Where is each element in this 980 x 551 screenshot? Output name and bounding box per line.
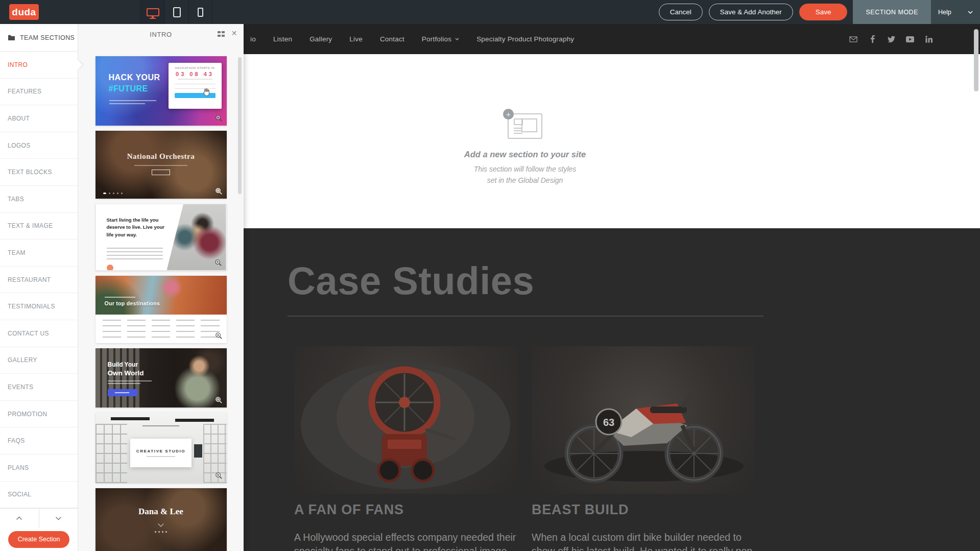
template-thumb-start-living[interactable]: Start living the life you deserve to liv… [95, 204, 227, 271]
sidebar-item-promotion[interactable]: PROMOTION [0, 401, 78, 428]
scroll-up-button[interactable] [0, 509, 39, 528]
heading-divider [288, 316, 763, 317]
template-thumb-hack-your-future[interactable]: HACK YOUR #FUTURE HACKATHON STARTS IN 03… [95, 56, 227, 126]
page-scrollbar[interactable] [974, 29, 978, 91]
desktop-preview-button[interactable] [140, 0, 164, 24]
zoom-in-icon[interactable] [214, 258, 223, 267]
site-nav-item-portfolios[interactable]: Portfolios [422, 35, 459, 43]
youtube-icon[interactable] [906, 35, 914, 43]
thumb-decoration [95, 424, 127, 483]
create-section-button[interactable]: Create Section [8, 531, 69, 548]
twitter-icon[interactable] [887, 35, 895, 43]
sidebar-item-tabs[interactable]: TABS [0, 186, 78, 213]
panel-scrollbar[interactable] [238, 57, 242, 194]
thumb-cta-button [108, 389, 137, 396]
email-icon[interactable] [849, 35, 857, 43]
mobile-preview-button[interactable] [188, 0, 212, 24]
thumb-title: Start living the life you deserve to liv… [107, 217, 169, 238]
case-study-body: When a local custom dirt bike builder ne… [532, 531, 756, 551]
template-thumb-dana-and-lee[interactable]: Dana & Lee [95, 488, 227, 551]
template-thumb-top-destinations[interactable]: Our top destinations [95, 276, 227, 343]
sidebar-item-features[interactable]: FEATURES [0, 79, 78, 106]
chevron-up-icon [16, 516, 22, 520]
sidebar-item-restaurant[interactable]: RESTAURANT [0, 267, 78, 294]
sidebar-item-contact-us[interactable]: CONTACT US [0, 320, 78, 347]
save-add-another-button[interactable]: Save & Add Another [709, 4, 793, 20]
case-study-card-bike: 63 BEAST BUILD When a local custom dirt … [532, 346, 755, 551]
site-navbar: io Listen Gallery Live Contact Portfolio… [244, 24, 980, 54]
case-study-title: A FAN OF FANS [294, 502, 517, 518]
panel-thumbnail-list: HACK YOUR #FUTURE HACKATHON STARTS IN 03… [78, 44, 244, 551]
site-nav-item-listen[interactable]: Listen [273, 35, 292, 43]
panel-header: INTRO ✕ [78, 24, 244, 44]
site-preview: io Listen Gallery Live Contact Portfolio… [244, 24, 980, 551]
site-nav-item-live[interactable]: Live [349, 35, 363, 43]
sidebar-item-social[interactable]: SOCIAL [0, 482, 78, 509]
plus-icon: + [503, 109, 514, 119]
hand-cursor-icon [202, 88, 210, 97]
sidebar-item-plans[interactable]: PLANS [0, 454, 78, 482]
bike-photo: 63 [532, 346, 755, 494]
case-studies-section: Case Studies [244, 228, 980, 551]
case-study-body: A Hollywood special effects company need… [294, 531, 519, 551]
thumb-heading-accent: #FUTURE [109, 84, 148, 93]
thumb-bullet [107, 265, 113, 271]
save-button[interactable]: Save [799, 4, 848, 20]
sidebar-item-intro[interactable]: INTRO [0, 52, 78, 79]
case-study-card-fan: A FAN OF FANS A Hollywood special effect… [294, 346, 517, 551]
countdown-card: HACKATHON STARTS IN 03 08 43 [169, 63, 222, 109]
thumb-title: CREATIVE STUDIO [136, 449, 185, 453]
sidebar-item-team[interactable]: TEAM [0, 239, 78, 267]
chevron-down-icon [55, 516, 62, 520]
sidebar-item-text-blocks[interactable]: TEXT BLOCKS [0, 159, 78, 186]
linkedin-icon[interactable] [925, 35, 933, 43]
tablet-preview-button[interactable] [164, 0, 188, 24]
panel-title: INTRO [150, 31, 172, 38]
sections-sidebar: TEAM SECTIONS INTRO FEATURES ABOUT LOGOS… [0, 24, 78, 551]
bike-photo-illustration: 63 [532, 346, 755, 494]
sidebar-header: TEAM SECTIONS [0, 24, 78, 52]
add-section-strip[interactable]: + Add a new section to your site This se… [244, 54, 980, 228]
site-nav-item-partial[interactable]: io [250, 35, 256, 43]
help-menu[interactable]: Help [931, 0, 980, 24]
grid-view-icon[interactable] [218, 31, 225, 37]
facebook-icon[interactable] [868, 35, 876, 43]
site-nav-item-gallery[interactable]: Gallery [309, 35, 332, 43]
thumb-photo: Our top destinations [95, 276, 227, 315]
section-mode-badge: SECTION MODE [853, 0, 931, 24]
zoom-in-icon[interactable] [214, 396, 223, 404]
scroll-down-button[interactable] [39, 509, 78, 528]
chevron-down-icon [968, 11, 973, 14]
sidebar-item-gallery[interactable]: GALLERY [0, 347, 78, 374]
sidebar-header-label: TEAM SECTIONS [20, 34, 75, 41]
template-thumb-national-orchestra[interactable]: National Orchestra [95, 131, 227, 199]
add-section-placeholder[interactable]: + Add a new section to your site This se… [418, 113, 632, 186]
sidebar-item-testimonials[interactable]: TESTIMONIALS [0, 293, 78, 320]
thumb-decoration [107, 248, 163, 260]
thumb-decoration [175, 80, 216, 84]
sidebar-item-events[interactable]: EVENTS [0, 374, 78, 401]
create-section-area: Create Section [0, 528, 78, 551]
sidebar-item-faqs[interactable]: FAQS [0, 427, 78, 454]
destinations-table [95, 315, 227, 343]
thumb-decoration [105, 297, 135, 298]
template-thumb-creative-studio[interactable]: CREATIVE STUDIO [95, 413, 227, 483]
duda-logo: duda [9, 4, 39, 20]
close-icon[interactable]: ✕ [231, 29, 237, 37]
zoom-in-icon[interactable] [214, 114, 223, 123]
zoom-in-icon[interactable] [214, 471, 223, 480]
thumb-heading: Build Your [108, 361, 138, 368]
template-thumb-build-your-own-world[interactable]: Build Your Own World [95, 348, 227, 408]
thumb-title: Our top destinations [105, 300, 160, 306]
sidebar-item-about[interactable]: ABOUT [0, 105, 78, 132]
sidebar-item-logos[interactable]: LOGOS [0, 132, 78, 159]
site-nav-item-specialty[interactable]: Specialty Product Photography [476, 35, 574, 43]
zoom-in-icon[interactable] [214, 331, 223, 340]
sidebar-item-text-image[interactable]: TEXT & IMAGE [0, 213, 78, 240]
countdown-title: HACKATHON STARTS IN [173, 66, 218, 69]
fan-photo [294, 346, 517, 494]
cancel-button[interactable]: Cancel [659, 4, 703, 20]
nav-label: Portfolios [422, 35, 451, 43]
zoom-in-icon[interactable] [214, 187, 223, 196]
site-nav-item-contact[interactable]: Contact [380, 35, 404, 43]
